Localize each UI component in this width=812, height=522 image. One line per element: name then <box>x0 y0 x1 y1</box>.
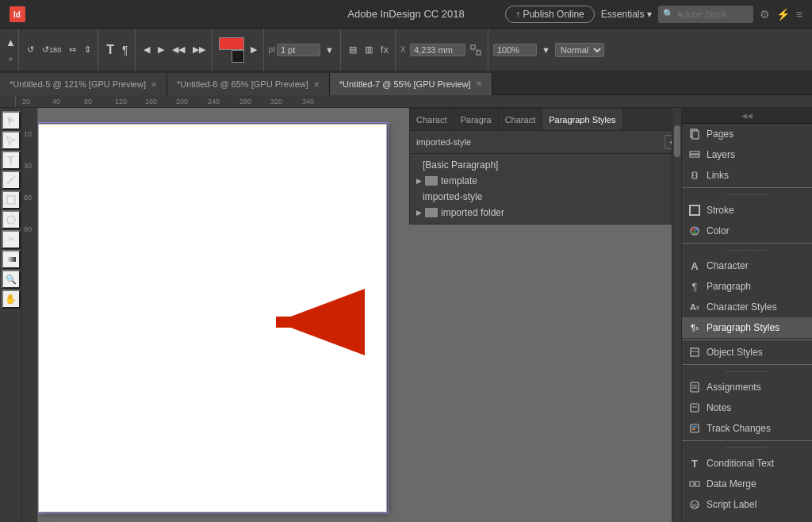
text-tool-btn[interactable]: T <box>103 41 117 59</box>
script-label-icon: sc <box>688 498 701 511</box>
color-label: Color <box>707 225 730 236</box>
gradient-tool[interactable] <box>2 250 21 269</box>
align-left-btn[interactable]: ▤ <box>346 43 360 56</box>
panel-item-stroke[interactable]: Stroke <box>682 200 812 221</box>
fx-btn[interactable]: fx <box>377 42 392 57</box>
fill-color-preview[interactable] <box>232 50 244 63</box>
text-tool-side[interactable]: T <box>2 151 21 170</box>
stroke-expand-btn[interactable]: ▶ <box>247 43 260 56</box>
x-input[interactable] <box>410 44 465 56</box>
toolbar-group-arrows: ◀ ▶ ◀◀ ▶▶ <box>137 29 213 71</box>
tab-untitled5[interactable]: *Untitled-5 @ 121% [GPU Preview] ✕ <box>0 73 167 95</box>
panel-divider-3 <box>682 340 812 340</box>
lightning-icon[interactable]: ⚡ <box>776 8 790 21</box>
panel-item-notes[interactable]: Notes <box>682 397 812 418</box>
tab-paragraph[interactable]: Paragra <box>454 109 499 131</box>
workspace-button[interactable]: Essentials ▾ <box>601 9 652 20</box>
tab-para-styles[interactable]: Paragraph Styles <box>542 109 622 131</box>
panel-item-track-changes[interactable]: Track Changes <box>682 418 812 439</box>
zoom-expand[interactable]: ▼ <box>538 44 553 56</box>
hand-tool[interactable]: ✋ <box>2 290 21 309</box>
rotate-90-btn[interactable]: ↺ <box>24 43 37 56</box>
style-item-imported[interactable]: imported-style <box>410 189 681 205</box>
panel-item-pages[interactable]: Pages <box>682 124 812 144</box>
zoom-tool-side[interactable]: 🔍 <box>2 270 21 289</box>
pages-icon <box>688 128 701 140</box>
settings-icon[interactable]: ⚙ <box>760 8 770 21</box>
panel-item-paragraph[interactable]: ¶ Paragraph <box>682 276 812 297</box>
tool-direct[interactable]: ⬦ <box>5 52 17 64</box>
panel-item-char-styles[interactable]: As Character Styles <box>682 297 812 317</box>
svg-rect-28 <box>691 404 699 412</box>
panel-item-links[interactable]: Links <box>682 165 812 186</box>
panel-item-layers[interactable]: Layers <box>682 144 812 165</box>
tab-close-icon[interactable]: ✕ <box>313 80 320 89</box>
tab-untitled6[interactable]: *Untitled-6 @ 65% [GPU Preview] ✕ <box>167 73 330 95</box>
toolbar-group-stroke: ▶ <box>214 29 264 71</box>
scissors-tool[interactable]: ✂ <box>2 230 21 249</box>
tab-untitled7[interactable]: *Untitled-7 @ 55% [GPU Preview] ✕ <box>330 73 492 95</box>
panel-item-obj-styles[interactable]: Object Styles <box>682 342 812 363</box>
divider-label-1: ──────── <box>682 190 812 200</box>
panel-item-color[interactable]: Color <box>682 221 812 241</box>
line-tool[interactable] <box>2 171 21 190</box>
right-panel: ◀◀ Pages Layers Links ──────── <box>681 108 812 522</box>
panel-collapse-btn[interactable]: ◀◀ <box>682 108 812 124</box>
view-select[interactable]: Normal <box>555 43 604 57</box>
svg-rect-17 <box>690 155 699 157</box>
panel-item-assignments[interactable]: Assignments <box>682 377 812 397</box>
canvas-scrollbar[interactable] <box>672 108 681 522</box>
direct-select-tool[interactable] <box>2 131 21 150</box>
next2-btn[interactable]: ▶▶ <box>190 43 209 56</box>
tool-arrow[interactable]: ▲ <box>2 35 19 50</box>
flip-h-btn[interactable]: ⇔ <box>66 43 79 56</box>
tab-char-styles[interactable]: Charact <box>499 109 543 131</box>
stroke-width-input[interactable] <box>277 44 320 56</box>
color-icon <box>688 225 701 237</box>
style-folder-imported[interactable]: ▶ imported folder <box>410 205 681 221</box>
search-input[interactable] <box>677 10 749 19</box>
panel-item-conditional[interactable]: T Conditional Text <box>682 453 812 474</box>
pages-label: Pages <box>707 129 733 140</box>
panel-item-datamerge[interactable]: Data Merge <box>682 474 812 494</box>
svg-rect-15 <box>692 131 699 139</box>
menu-icon[interactable]: ≡ <box>796 8 802 21</box>
style-item-label: [Basic Paragraph] <box>423 159 498 171</box>
tabs-bar: *Untitled-5 @ 121% [GPU Preview] ✕ *Unti… <box>0 71 812 95</box>
tab-character[interactable]: Charact <box>410 109 454 131</box>
title-bar: Id Adobe InDesign CC 2018 ↑ Publish Onli… <box>0 0 812 29</box>
zoom-input[interactable] <box>493 44 537 56</box>
svg-text:sc: sc <box>692 502 699 508</box>
flip-v-btn[interactable]: ⇕ <box>81 43 94 56</box>
datamerge-icon <box>688 478 701 490</box>
svg-rect-2 <box>471 45 475 49</box>
svg-rect-34 <box>695 482 699 486</box>
align-center-btn[interactable]: ▥ <box>362 43 376 56</box>
style-folder-template[interactable]: ▶ template <box>410 173 681 189</box>
paragraph-tool-btn[interactable]: ¶ <box>119 42 132 58</box>
prev-btn[interactable]: ◀ <box>140 43 153 56</box>
canvas-page <box>38 124 387 512</box>
next-btn[interactable]: ▶ <box>155 43 167 56</box>
rect-tool[interactable] <box>2 190 21 209</box>
stroke-width-expand[interactable]: ▼ <box>322 44 337 56</box>
stroke-color-preview[interactable] <box>219 37 244 50</box>
toolbar-group-zoom: ▼ Normal <box>490 29 607 71</box>
prev2-btn[interactable]: ◀◀ <box>169 43 188 56</box>
selection-tool[interactable] <box>2 111 21 130</box>
styles-list: [Basic Paragraph] ▶ template imported-st… <box>410 154 681 224</box>
script-label-label: Script Label <box>707 499 756 510</box>
proportional-btn[interactable] <box>467 43 485 57</box>
panel-item-character[interactable]: A Character <box>682 255 812 276</box>
publish-online-button[interactable]: ↑ Publish Online <box>505 6 595 23</box>
panel-item-script-label[interactable]: sc Script Label <box>682 494 812 515</box>
canvas-scroll-thumb[interactable] <box>674 125 680 157</box>
tab-close-icon[interactable]: ✕ <box>476 79 482 88</box>
svg-rect-3 <box>477 51 481 55</box>
style-item-basic[interactable]: [Basic Paragraph] <box>410 157 681 173</box>
rotate-180-btn[interactable]: ↺180 <box>39 43 64 56</box>
panel-item-para-styles[interactable]: ¶s Paragraph Styles <box>682 317 812 338</box>
tab-close-icon[interactable]: ✕ <box>151 80 157 89</box>
ellipse-tool[interactable] <box>2 210 21 229</box>
notes-icon <box>688 401 701 414</box>
